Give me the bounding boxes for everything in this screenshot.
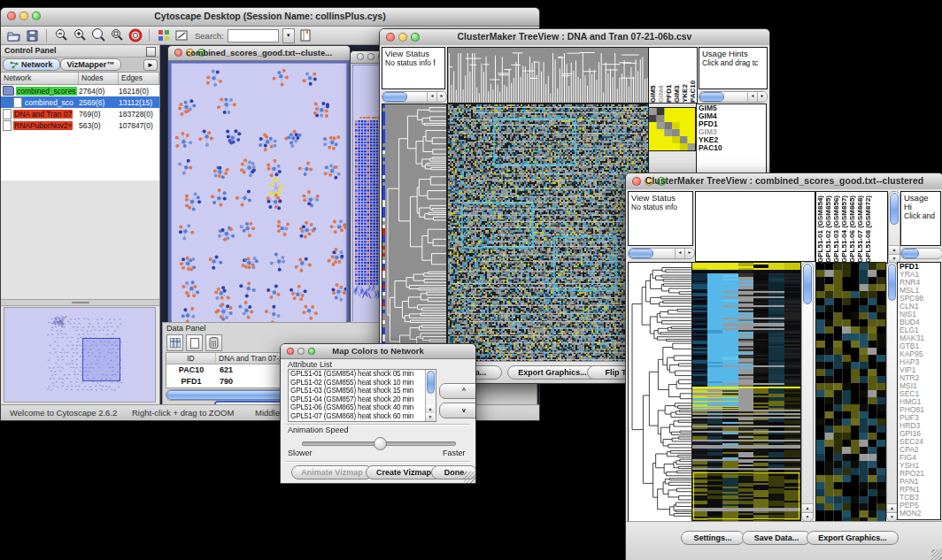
dialog-titlebar[interactable]: Map Colors to Network [281, 344, 475, 359]
zoom-fit-icon[interactable] [90, 28, 105, 43]
column-label[interactable]: GIM5 [649, 48, 657, 103]
heatmap-global-canvas[interactable] [691, 262, 801, 522]
column-dendrogram-area[interactable] [695, 191, 815, 262]
heatmap-vscrollbar[interactable]: ▲▼ [801, 262, 814, 522]
attribute-item[interactable]: GPL51-01 (GSM854) heat shock 05 min [289, 370, 425, 379]
scroll-up-arrow[interactable]: ▲ [426, 405, 435, 413]
network-table-row[interactable]: combined_scores 2764(0) 16218(0) [1, 85, 159, 96]
scroll-down-arrow[interactable]: ▼ [426, 413, 435, 421]
treeview2-titlebar[interactable]: ClusterMaker TreeView : combined_scores_… [626, 173, 942, 190]
zoom-out-icon[interactable] [53, 28, 68, 43]
move-down-button[interactable]: v [439, 403, 476, 418]
scroll-left-arrow[interactable]: ◄ [747, 92, 757, 102]
scrollbar-thumb[interactable] [427, 371, 435, 394]
zoom-selected-icon[interactable] [109, 28, 124, 43]
column-header-nodes[interactable]: Nodes [79, 73, 119, 84]
column-label[interactable]: GPL51-04 (GSM857) [840, 192, 848, 263]
column-label[interactable]: GPL51-01 (GSM854) [816, 192, 824, 263]
row-dendrogram-canvas[interactable] [382, 104, 447, 362]
column-dendrogram-canvas[interactable] [447, 47, 649, 104]
scroll-right-arrow[interactable]: ► [684, 249, 694, 258]
column-labels-panel[interactable]: GPL51-01 (GSM854)GPL51-02 (GSM855)GPL51-… [815, 191, 888, 264]
column-labels-panel[interactable]: GIM5GIM4PFD1GIM3YKE2PAC10 [648, 47, 698, 104]
scrollbar-thumb[interactable] [890, 193, 899, 225]
column-label[interactable]: GPL51-06 (GSM865) [848, 192, 856, 263]
tab-network[interactable]: Network [3, 58, 60, 71]
save-data-button[interactable]: Save Data... [742, 531, 811, 545]
column-label[interactable]: PFD1 [665, 48, 673, 103]
new-page-icon[interactable] [186, 334, 203, 351]
attribute-list-scrollbar[interactable]: ▲ ▼ [425, 370, 436, 421]
float-panel-icon[interactable] [146, 47, 156, 57]
attribute-list[interactable]: GPL51-01 (GSM854) heat shock 05 minGPL51… [288, 369, 436, 422]
scrollbar-thumb[interactable] [888, 264, 896, 301]
view-status-scrollbar[interactable]: ◄► [628, 248, 695, 259]
scroll-down-arrow[interactable]: ▼ [802, 512, 813, 521]
scroll-up-arrow[interactable]: ▲ [887, 503, 897, 512]
column-label[interactable]: GPL51-07 (GSM868) [856, 192, 864, 263]
attribute-item[interactable]: GPL51-04 (GSM857) heat shock 20 min [289, 395, 425, 404]
slider-thumb[interactable] [374, 437, 387, 450]
heatmap-detail-canvas[interactable] [648, 107, 696, 151]
zoom-in-icon[interactable] [72, 28, 87, 43]
view-status-scrollbar[interactable]: ◄► [382, 91, 447, 103]
column-label[interactable]: GIM3 [673, 48, 681, 103]
help-lifesaver-icon[interactable] [127, 28, 143, 43]
attribute-item[interactable]: GPL51-02 (GSM855) heat shock 10 min [289, 379, 425, 387]
network-table-row[interactable]: combined_sco 2569(6) 13112(15) [1, 96, 159, 108]
index-book-icon[interactable] [298, 28, 313, 43]
settings-button[interactable]: Settings... [681, 531, 745, 545]
attribute-item[interactable]: GPL51-06 (GSM865) heat shock 40 min [289, 403, 425, 412]
scroll-right-arrow[interactable]: ► [757, 92, 767, 102]
export-graphics-button[interactable]: Export Graphics... [807, 531, 899, 545]
move-up-button[interactable]: ^ [439, 383, 476, 399]
scroll-down-arrow[interactable]: ▼ [887, 512, 897, 521]
network-overview-panel[interactable] [4, 307, 156, 403]
treeview1-titlebar[interactable]: ClusterMaker TreeView : DNA and Tran 07-… [380, 29, 769, 46]
scrollbar-thumb[interactable] [901, 249, 919, 258]
column-header-edges[interactable]: Edges [119, 73, 159, 84]
table-grid-icon[interactable] [166, 334, 183, 351]
save-icon[interactable] [25, 28, 40, 43]
network-table-row[interactable]: DNA and Tran 07 769(0) 183728(0) [1, 108, 159, 119]
attribute-item[interactable]: GPL51-07 (GSM868) heat shock 60 min [289, 412, 425, 421]
column-label[interactable]: PAC10 [689, 48, 697, 103]
scrollbar-thumb[interactable] [629, 249, 653, 258]
network-overview-canvas[interactable] [4, 308, 155, 398]
tab-overflow-arrow[interactable]: ► [143, 59, 158, 71]
scrollbar-thumb[interactable] [803, 264, 812, 304]
network-canvas[interactable] [172, 64, 346, 322]
gene-label[interactable]: PAC10 [697, 144, 766, 152]
scroll-right-arrow[interactable]: ► [436, 92, 446, 102]
column-label[interactable]: GPL51-03 (GSM856) [832, 192, 840, 263]
annotation-icon[interactable] [174, 28, 189, 43]
network-table-row[interactable]: RNAPuberNov2+ 563(0) 107847(0) [1, 119, 159, 131]
tab-vizmapper[interactable]: VizMapper™ [60, 58, 122, 71]
panel-splitter[interactable] [1, 299, 159, 306]
search-dropdown-arrow[interactable]: ▼ [282, 28, 295, 43]
scroll-up-arrow[interactable]: ▲ [802, 503, 813, 512]
open-folder-icon[interactable] [6, 28, 21, 43]
gene-label-list[interactable]: PFD1YRA1RNR4MSL1SPC98CLN1NIS1BUD4ELG1MAK… [897, 262, 941, 520]
search-input[interactable] [228, 29, 279, 42]
column-header-network[interactable]: Network [1, 73, 79, 84]
export-graphics-button[interactable]: Export Graphics... [507, 365, 598, 380]
scroll-left-arrow[interactable]: ◄ [427, 92, 436, 102]
column-label[interactable]: GPL51-08 (GSM872) [864, 192, 872, 263]
animation-speed-slider[interactable] [302, 441, 456, 446]
vizmapper-grid-icon[interactable] [156, 28, 171, 43]
column-label[interactable]: YKE2 [681, 48, 689, 103]
usage-hints-scrollbar[interactable] [900, 248, 942, 259]
column-header-id[interactable]: ID [166, 353, 216, 364]
scrollbar-thumb[interactable] [382, 92, 407, 102]
gene-label[interactable]: MON2 [898, 510, 940, 518]
cytoscape-titlebar[interactable]: Cytoscape Desktop (Session Name: collins… [1, 8, 539, 27]
resize-grip[interactable] [931, 549, 942, 560]
column-label[interactable]: GIM4 [657, 48, 665, 103]
network-view-titlebar[interactable]: combined_scores_good.txt--cluste... [168, 46, 350, 61]
scrollbar-thumb[interactable] [699, 92, 724, 102]
trash-icon[interactable] [205, 334, 222, 351]
heatmap-detail-canvas[interactable] [815, 262, 886, 522]
network-table-header[interactable]: Network Nodes Edges [1, 73, 159, 85]
row-dendrogram-canvas[interactable] [628, 262, 693, 522]
